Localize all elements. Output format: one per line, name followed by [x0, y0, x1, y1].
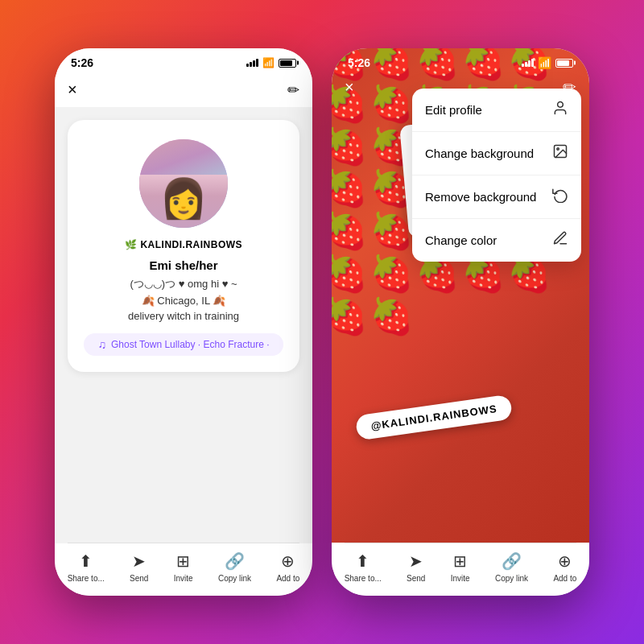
change-background-icon	[552, 143, 568, 163]
add-icon-2: ⊕	[558, 551, 572, 571]
wifi-icon-2: 📶	[538, 56, 551, 69]
phone-1: 5:26 📶 × ✏ KALINDI.RAINBOWS	[55, 48, 312, 596]
add-to-button[interactable]: ⊕ Add to	[276, 551, 299, 583]
time-2: 5:26	[348, 56, 370, 69]
music-player: ♫ Ghost Town Lullaby · Echo Fracture ·	[84, 333, 283, 356]
add-label-2: Add to	[553, 574, 576, 583]
add-icon: ⊕	[281, 551, 295, 571]
profile-content: KALINDI.RAINBOWS Emi she/her (つ◡◡)つ ♥ om…	[55, 107, 312, 543]
profile-bio-line1: (つ◡◡)つ ♥ omg hi ♥ ~	[130, 277, 237, 291]
remove-background-label: Remove background	[425, 190, 536, 204]
remove-background-item[interactable]: Remove background	[412, 175, 581, 219]
profile-card: KALINDI.RAINBOWS Emi she/her (つ◡◡)つ ♥ om…	[68, 120, 299, 372]
change-color-icon	[552, 230, 568, 250]
invite-button-2[interactable]: ⊞ Invite	[451, 551, 470, 583]
username-sticker-text: @KALINDI.RAINBOWS	[370, 402, 498, 432]
invite-button[interactable]: ⊞ Invite	[174, 551, 193, 583]
avatar-image	[139, 139, 228, 228]
edit-button-1[interactable]: ✏	[287, 81, 299, 99]
background-image: @KALINDI.RAINBOWS Edit profile Change ba…	[332, 48, 589, 543]
wifi-icon: 📶	[262, 57, 275, 68]
edit-profile-item[interactable]: Edit profile	[412, 89, 581, 132]
invite-label: Invite	[174, 574, 193, 583]
music-text: Ghost Town Lullaby · Echo Fracture ·	[111, 339, 270, 350]
bar1	[246, 64, 249, 67]
copy-link-label-2: Copy link	[495, 574, 528, 583]
bar3-w	[528, 60, 530, 67]
top-nav-1: × ✏	[55, 74, 312, 107]
profile-location: 🍂 Chicago, IL 🍂	[142, 295, 226, 307]
dropdown-menu: Edit profile Change background Remove ba…	[412, 89, 581, 262]
status-bar-1: 5:26 📶	[55, 48, 312, 74]
bar4	[256, 59, 258, 67]
avatar	[139, 139, 228, 228]
add-to-button-2[interactable]: ⊕ Add to	[553, 551, 576, 583]
invite-icon: ⊞	[176, 551, 190, 571]
send-label: Send	[130, 574, 148, 583]
bar2-w	[525, 62, 527, 67]
invite-label-2: Invite	[451, 574, 470, 583]
svg-point-72	[558, 102, 564, 108]
bar2	[250, 62, 252, 67]
strawberry-content: @KALINDI.RAINBOWS Edit profile Change ba…	[332, 48, 589, 543]
link-icon: 🔗	[225, 551, 245, 571]
change-color-item[interactable]: Change color	[412, 219, 581, 262]
remove-background-icon	[552, 187, 568, 207]
profile-description: delivery witch in training	[128, 310, 239, 322]
battery-icon-2	[555, 59, 573, 68]
username-sticker: @KALINDI.RAINBOWS	[355, 394, 514, 441]
time-1: 5:26	[71, 56, 93, 69]
status-icons-1: 📶	[246, 57, 296, 68]
bar3	[253, 60, 255, 67]
send-button[interactable]: ➤ Send	[130, 551, 148, 583]
close-button-1[interactable]: ×	[68, 80, 77, 99]
status-icons-2: 📶	[522, 56, 573, 69]
signal-icon-2	[522, 59, 534, 67]
copy-link-button-2[interactable]: 🔗 Copy link	[495, 551, 528, 583]
bar1-w	[522, 64, 524, 67]
copy-link-label: Copy link	[218, 574, 251, 583]
share-label: Share to...	[68, 574, 105, 583]
bar4-w	[531, 59, 534, 67]
change-color-label: Change color	[425, 233, 497, 247]
invite-icon-2: ⊞	[453, 551, 467, 571]
send-icon: ➤	[132, 551, 146, 571]
share-button[interactable]: ⬆ Share to...	[68, 551, 105, 583]
action-bar-1: ⬆ Share to... ➤ Send ⊞ Invite 🔗 Copy lin…	[55, 543, 312, 596]
send-icon-2: ➤	[409, 551, 423, 571]
send-label-2: Send	[407, 574, 425, 583]
share-button-2[interactable]: ⬆ Share to...	[345, 551, 382, 583]
battery-fill	[280, 60, 292, 66]
battery-fill-2	[557, 60, 569, 66]
close-button-2[interactable]: ×	[345, 78, 354, 97]
phone-2: 5:26 📶 × ✏	[332, 48, 589, 596]
signal-icon	[246, 59, 258, 67]
add-label: Add to	[276, 574, 299, 583]
edit-profile-label: Edit profile	[425, 103, 482, 117]
change-background-item[interactable]: Change background	[412, 132, 581, 175]
edit-profile-icon	[552, 100, 568, 120]
svg-point-74	[557, 148, 559, 151]
action-bar-2: ⬆ Share to... ➤ Send ⊞ Invite 🔗 Copy lin…	[332, 543, 589, 596]
link-icon-2: 🔗	[502, 551, 522, 571]
copy-link-button[interactable]: 🔗 Copy link	[218, 551, 251, 583]
share-label-2: Share to...	[345, 574, 382, 583]
music-icon: ♫	[97, 338, 106, 351]
change-background-label: Change background	[425, 147, 534, 160]
share-icon-2: ⬆	[356, 551, 369, 571]
profile-name: Emi she/her	[149, 258, 217, 272]
username-tag: KALINDI.RAINBOWS	[125, 239, 242, 250]
send-button-2[interactable]: ➤ Send	[407, 551, 425, 583]
battery-icon	[279, 59, 296, 68]
share-icon: ⬆	[79, 551, 93, 571]
